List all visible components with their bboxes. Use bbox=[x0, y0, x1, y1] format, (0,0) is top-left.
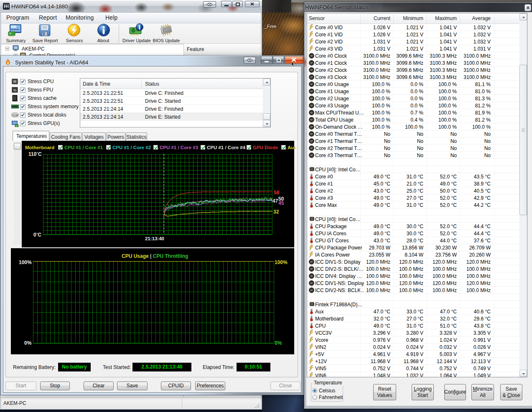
svg-text:%: % bbox=[13, 88, 16, 92]
